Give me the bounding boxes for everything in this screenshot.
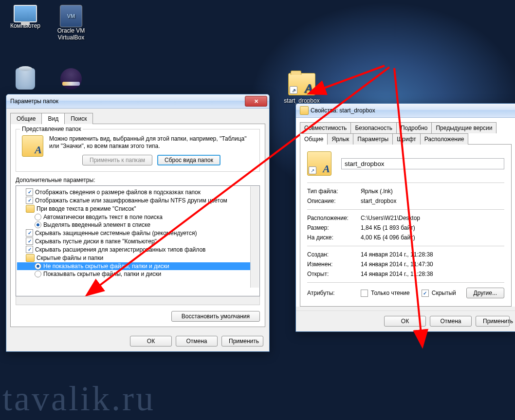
tree-label: Показывать скрытые файлы, папки и диски: [43, 271, 161, 277]
checkbox-icon[interactable]: [26, 229, 33, 237]
radio-icon[interactable]: [35, 221, 41, 228]
shortcut-overlay-icon: ↗: [309, 166, 316, 174]
folder-views-desc: Можно применить вид, выбранный для этой …: [49, 135, 254, 150]
eclipse-icon: [60, 68, 82, 90]
desktop-label: Компьютер: [7, 22, 44, 29]
tab-parameters[interactable]: Параметры: [353, 133, 393, 145]
checkbox-icon[interactable]: [26, 197, 33, 204]
folder-icon: [26, 205, 35, 213]
tab-view[interactable]: Вид: [41, 113, 65, 124]
label-created: Создан:: [307, 251, 361, 258]
tab-security[interactable]: Безопасность: [350, 122, 397, 133]
tree-label: Скрывать расширения для зарегистрированн…: [35, 246, 205, 253]
hidden-checkbox[interactable]: [422, 290, 429, 297]
value-description: start_dropbox: [361, 198, 504, 204]
tree-label: Скрывать пустые диски в папке "Компьютер…: [35, 238, 157, 245]
value-created: 14 января 2014 г., 11:28:38: [361, 251, 504, 258]
monitor-icon: [14, 5, 37, 22]
tree-item[interactable]: Отображать сжатые или зашифрованные файл…: [17, 196, 258, 204]
value-filetype: Ярлык (.lnk): [361, 188, 504, 195]
desktop-icon-computer[interactable]: Компьютер: [7, 5, 44, 29]
tree-item[interactable]: При вводе текста в режиме "Список": [17, 204, 258, 213]
label-hidden: Скрытый: [432, 290, 456, 296]
tree-item[interactable]: Автоматически вводить текст в поле поиск…: [17, 213, 258, 221]
shortcut-overlay-icon: ↗: [290, 86, 297, 94]
tab-strip: Общие Вид Поиск: [10, 112, 265, 124]
value-accessed: 14 января 2014 г., 11:28:38: [361, 271, 504, 277]
cancel-button[interactable]: Отмена: [176, 336, 218, 347]
tree-label: Выделять введенный элемент в списке: [43, 221, 150, 228]
desktop-icon-eclipse[interactable]: [53, 68, 90, 90]
value-ondisk: 4,00 КБ (4 096 байт): [361, 234, 504, 241]
tab-previous-versions[interactable]: Предыдущие версии: [431, 122, 497, 133]
properties-icon: [300, 106, 309, 115]
dialog-buttons: ОК Отмена Применить: [6, 331, 269, 351]
checkbox-icon[interactable]: [26, 188, 33, 196]
tree-item-selected[interactable]: Не показывать скрытые файлы, папки и дис…: [17, 262, 258, 270]
tree-label: Автоматически вводить текст в поле поиск…: [43, 214, 163, 220]
ok-button[interactable]: ОК: [384, 316, 426, 327]
desktop-icon-start-dropbox[interactable]: ↗ start_dropbox: [283, 73, 320, 104]
label-readonly: Только чтение: [371, 290, 410, 296]
tree-item[interactable]: Скрытые файлы и папки: [17, 254, 258, 262]
label-location: Расположение:: [307, 215, 361, 221]
desktop-icon-recycle-bin[interactable]: [7, 68, 44, 90]
label-accessed: Открыт:: [307, 271, 361, 277]
value-size: 1,84 КБ (1 893 байт): [361, 224, 504, 231]
recycle-bin-icon: [16, 68, 35, 90]
tree-item[interactable]: Отображать сведения о размере файлов в п…: [17, 188, 258, 196]
tree-item[interactable]: Выделять введенный элемент в списке: [17, 221, 258, 229]
checkbox-icon[interactable]: [26, 237, 33, 245]
label-description: Описание:: [307, 198, 361, 204]
file-icon: ↗: [307, 151, 331, 176]
label-size: Размер:: [307, 224, 361, 231]
window-title: Свойства: start_dropbox: [311, 107, 514, 114]
tab-panel: Представление папок Можно применить вид,…: [10, 124, 265, 327]
scrollbar-horizontal[interactable]: [16, 296, 260, 305]
tab-shortcut[interactable]: Ярлык: [327, 133, 353, 145]
ok-button[interactable]: ОК: [130, 336, 172, 347]
cancel-button[interactable]: Отмена: [430, 316, 472, 327]
desktop-icon-virtualbox[interactable]: VM Oracle VM VirtualBox: [53, 5, 90, 41]
apply-button[interactable]: Применить: [476, 316, 510, 327]
apply-button[interactable]: Применить: [221, 336, 263, 347]
svg-line-0: [321, 66, 385, 89]
desktop-label: Oracle VM VirtualBox: [53, 27, 90, 41]
tab-search[interactable]: Поиск: [64, 113, 93, 124]
restore-defaults-button[interactable]: Восстановить умолчания: [171, 311, 260, 322]
radio-icon[interactable]: [35, 271, 41, 277]
readonly-checkbox[interactable]: [361, 290, 368, 297]
tree-label: При вводе текста в режиме "Список": [37, 205, 136, 212]
close-button[interactable]: ✕: [245, 96, 267, 107]
tree-item[interactable]: Показывать скрытые файлы, папки и диски: [17, 270, 258, 278]
radio-icon[interactable]: [35, 263, 41, 270]
checkbox-icon[interactable]: [26, 246, 33, 253]
tree-item[interactable]: Скрывать пустые диски в папке "Компьютер…: [17, 237, 258, 245]
tree-item[interactable]: Скрывать защищенные системные файлы (рек…: [17, 229, 258, 237]
tree-label: Отображать сжатые или зашифрованные файл…: [35, 197, 227, 204]
tab-compatibility[interactable]: Совместимость: [300, 122, 351, 133]
titlebar[interactable]: Свойства: start_dropbox: [296, 104, 515, 118]
scrollbar-vertical[interactable]: [250, 186, 259, 288]
other-attributes-button[interactable]: Другие...: [466, 288, 504, 298]
reset-folders-button[interactable]: Сброс вида папок: [157, 155, 221, 165]
virtualbox-icon: VM: [60, 5, 82, 27]
tree-label: Скрытые файлы и папки: [37, 255, 103, 261]
filename-input[interactable]: [341, 158, 504, 169]
radio-icon[interactable]: [35, 214, 41, 220]
tab-general[interactable]: Общие: [300, 133, 328, 145]
tree-item[interactable]: Скрывать расширения для зарегистрированн…: [17, 245, 258, 254]
group-label: Представление папок: [20, 126, 83, 132]
dialog-buttons: ОК Отмена Применить: [296, 310, 515, 331]
label-attributes: Атрибуты:: [307, 290, 361, 296]
apply-to-folders-button[interactable]: Применить к папкам: [82, 155, 152, 165]
advanced-settings-tree[interactable]: Отображать сведения о размере файлов в п…: [16, 185, 260, 296]
tab-general[interactable]: Общие: [10, 113, 42, 124]
tab-font[interactable]: Шрифт: [392, 133, 420, 145]
value-modified: 14 января 2014 г., 11:47:30: [361, 261, 504, 268]
tree-label: Отображать сведения о размере файлов в п…: [35, 189, 201, 196]
tree-label: Не показывать скрытые файлы, папки и дис…: [43, 263, 169, 270]
titlebar[interactable]: Параметры папок ✕: [6, 94, 269, 109]
tab-layout[interactable]: Расположение: [420, 133, 469, 145]
tab-details[interactable]: Подробно: [396, 122, 432, 133]
